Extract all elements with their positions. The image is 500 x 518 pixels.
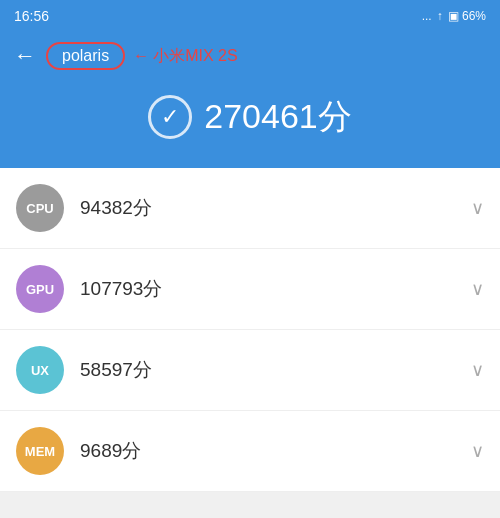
score-row: ✓ 270461分 [148,94,351,140]
signal-icon: ... [422,9,432,23]
device-name-label: ← 小米MIX 2S [133,46,237,67]
upload-icon: ↑ [437,9,443,23]
badge-gpu: GPU [16,265,64,313]
back-button[interactable]: ← [14,45,36,67]
checkmark-icon: ✓ [161,104,179,130]
device-codename: polaris [46,42,125,70]
badge-ux: UX [16,346,64,394]
status-time: 16:56 [14,8,49,24]
device-name-text: 小米MIX 2S [153,46,237,67]
list-item-ux[interactable]: UX 58597分 ∨ [0,330,500,411]
chevron-mem-icon: ∨ [471,440,484,462]
battery-icon: ▣ 66% [448,9,486,23]
score-list: CPU 94382分 ∨ GPU 107793分 ∨ UX 58597分 ∨ M… [0,168,500,492]
score-gpu: 107793分 [80,276,471,302]
status-bar: 16:56 ... ↑ ▣ 66% [0,0,500,32]
total-score: 270461分 [204,94,351,140]
score-mem: 9689分 [80,438,471,464]
list-item-gpu[interactable]: GPU 107793分 ∨ [0,249,500,330]
list-item-mem[interactable]: MEM 9689分 ∨ [0,411,500,492]
chevron-cpu-icon: ∨ [471,197,484,219]
red-arrow-icon: ← [133,47,149,65]
badge-mem: MEM [16,427,64,475]
score-section: ✓ 270461分 [0,76,500,168]
app-header: ← polaris ← 小米MIX 2S [0,32,500,76]
badge-cpu: CPU [16,184,64,232]
score-cpu: 94382分 [80,195,471,221]
score-ux: 58597分 [80,357,471,383]
chevron-gpu-icon: ∨ [471,278,484,300]
status-icons: ... ↑ ▣ 66% [422,9,486,23]
chevron-ux-icon: ∨ [471,359,484,381]
check-circle: ✓ [148,95,192,139]
list-item-cpu[interactable]: CPU 94382分 ∨ [0,168,500,249]
